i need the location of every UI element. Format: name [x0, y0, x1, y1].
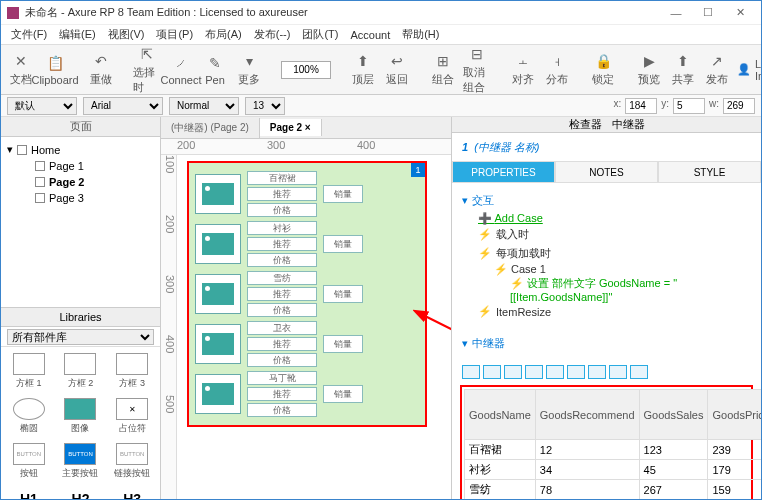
- menu-item[interactable]: 帮助(H): [398, 25, 443, 44]
- toolbar-icon: ⟋: [172, 54, 190, 72]
- minimize-button[interactable]: —: [661, 3, 691, 23]
- tab-notes[interactable]: NOTES: [555, 161, 658, 183]
- inspector-header: 检查器中继器: [452, 117, 761, 133]
- menu-item[interactable]: Account: [346, 27, 394, 43]
- canvas[interactable]: 1 百褶裙推荐价格销量衬衫推荐价格销量雪纺推荐价格销量卫衣推荐价格销量马丁靴推荐…: [177, 155, 451, 500]
- repeater-item[interactable]: 雪纺推荐价格销量: [195, 271, 419, 317]
- column-header[interactable]: GoodsSales: [639, 390, 708, 440]
- document-tab[interactable]: Page 2 ×: [260, 119, 322, 136]
- window-title: 未命名 - Axure RP 8 Team Edition : Licensed…: [25, 5, 661, 20]
- table-row[interactable]: 衬衫3445179: [465, 460, 763, 480]
- widget-item[interactable]: H2标题2: [59, 488, 103, 500]
- repeater-widget[interactable]: 1 百褶裙推荐价格销量衬衫推荐价格销量雪纺推荐价格销量卫衣推荐价格销量马丁靴推荐…: [187, 161, 427, 427]
- toolbar-icon: ⊞: [434, 52, 452, 70]
- page-tree-item[interactable]: Page 3: [5, 190, 156, 206]
- repeater-item[interactable]: 卫衣推荐价格销量: [195, 321, 419, 367]
- repeater-item[interactable]: 马丁靴推荐价格销量: [195, 371, 419, 417]
- data-tool-button[interactable]: [609, 365, 627, 379]
- widget-item[interactable]: BUTTON链接按钮: [110, 443, 154, 480]
- page-tree-item[interactable]: Page 2: [5, 174, 156, 190]
- data-tool-button[interactable]: [462, 365, 480, 379]
- toolbar-button[interactable]: ⊟取消组合: [463, 45, 491, 95]
- menu-item[interactable]: 编辑(E): [55, 25, 100, 44]
- toolbar-button[interactable]: 📋Clipboard: [41, 54, 69, 86]
- library-select[interactable]: 所有部件库: [7, 329, 154, 345]
- menu-item[interactable]: 项目(P): [152, 25, 197, 44]
- column-header[interactable]: GoodsRecommend: [535, 390, 639, 440]
- toolbar-icon: ✎: [206, 54, 224, 72]
- widget-item[interactable]: 椭圆: [7, 398, 51, 435]
- data-tool-button[interactable]: [483, 365, 501, 379]
- widget-item[interactable]: 方框 3: [110, 353, 154, 390]
- toolbar-button[interactable]: ↗发布: [703, 52, 731, 87]
- menu-item[interactable]: 布局(A): [201, 25, 246, 44]
- data-tool-button[interactable]: [630, 365, 648, 379]
- tab-properties[interactable]: PROPERTIES: [452, 161, 555, 183]
- data-tool-button[interactable]: [546, 365, 564, 379]
- widget-item[interactable]: H1标题1: [7, 488, 51, 500]
- size-select[interactable]: 13: [245, 97, 285, 115]
- maximize-button[interactable]: ☐: [693, 3, 723, 23]
- menu-item[interactable]: 文件(F): [7, 25, 51, 44]
- table-row[interactable]: 百褶裙12123239: [465, 440, 763, 460]
- widget-item[interactable]: 图像: [59, 398, 103, 435]
- data-tool-button[interactable]: [567, 365, 585, 379]
- data-tool-button[interactable]: [525, 365, 543, 379]
- toolbar-button[interactable]: ⊞组合: [429, 52, 457, 87]
- repeater-item[interactable]: 衬衫推荐价格销量: [195, 221, 419, 267]
- x-input[interactable]: [625, 98, 657, 114]
- toolbar-button[interactable]: ⫠对齐: [509, 52, 537, 87]
- add-case-link[interactable]: ➕ Add Case: [462, 212, 751, 225]
- event-item[interactable]: ⚡ItemResize: [462, 303, 751, 320]
- font-select[interactable]: Arial: [83, 97, 163, 115]
- data-table[interactable]: GoodsNameGoodsRecommendGoodsSalesGoodsPr…: [464, 389, 762, 500]
- widget-item[interactable]: H3标题3: [110, 488, 154, 500]
- widget-item[interactable]: BUTTON主要按钮: [59, 443, 103, 480]
- menu-item[interactable]: 发布(--): [250, 25, 295, 44]
- toolbar-button[interactable]: ▾更多: [235, 52, 263, 87]
- weight-select[interactable]: Normal: [169, 97, 239, 115]
- event-item[interactable]: ⚡每项加载时: [462, 244, 751, 263]
- event-item[interactable]: ⚡载入时: [462, 225, 751, 244]
- table-row[interactable]: 雪纺78267159: [465, 480, 763, 500]
- toolbar-icon: ⇱: [138, 45, 156, 63]
- case-item[interactable]: ⚡ Case 1: [462, 263, 751, 276]
- toolbar-button[interactable]: ⟋Connect: [167, 54, 195, 86]
- data-toolbar: [452, 361, 761, 383]
- widget-item[interactable]: 方框 1: [7, 353, 51, 390]
- home-node[interactable]: ▾Home: [5, 141, 156, 158]
- thumbnail: [195, 224, 241, 264]
- page-tree-item[interactable]: Page 1: [5, 158, 156, 174]
- toolbar-button[interactable]: ▶预览: [635, 52, 663, 87]
- widget-item[interactable]: ✕占位符: [110, 398, 154, 435]
- data-tool-button[interactable]: [504, 365, 522, 379]
- toolbar-button[interactable]: ↶重做: [87, 52, 115, 87]
- widget-grid: 方框 1方框 2方框 3椭圆图像✕占位符BUTTON按钮BUTTON主要按钮BU…: [1, 347, 160, 500]
- widget-item[interactable]: BUTTON按钮: [7, 443, 51, 480]
- tab-style[interactable]: STYLE: [658, 161, 761, 183]
- column-header[interactable]: GoodsName: [465, 390, 536, 440]
- style-select[interactable]: 默认: [7, 97, 77, 115]
- toolbar-button[interactable]: ⇱选择时: [133, 45, 161, 95]
- w-input[interactable]: [723, 98, 755, 114]
- toolbar-button[interactable]: ⬆共享: [669, 52, 697, 87]
- section-interactions[interactable]: ▾交互: [462, 193, 751, 208]
- toolbar-button[interactable]: ⬆顶层: [349, 52, 377, 87]
- toolbar-button[interactable]: ✎Pen: [201, 54, 229, 86]
- zoom-input[interactable]: [281, 61, 331, 79]
- data-tool-button[interactable]: [588, 365, 606, 379]
- widget-item[interactable]: 方框 2: [59, 353, 103, 390]
- menu-item[interactable]: 团队(T): [298, 25, 342, 44]
- toolbar-button[interactable]: ⫞分布: [543, 52, 571, 87]
- document-tab[interactable]: (中继器) (Page 2): [161, 118, 260, 138]
- login-button[interactable]: 👤 Log In: [737, 58, 762, 82]
- repeater-item[interactable]: 百褶裙推荐价格销量: [195, 171, 419, 217]
- action-item[interactable]: ⚡ 设置 部件文字 GoodsName = "[[Item.GoodsName]…: [462, 276, 751, 303]
- section-repeater[interactable]: ▾中继器: [462, 336, 751, 351]
- toolbar-button[interactable]: ↩返回: [383, 52, 411, 87]
- close-button[interactable]: ✕: [725, 3, 755, 23]
- toolbar-button[interactable]: 🔒锁定: [589, 52, 617, 87]
- menu-item[interactable]: 视图(V): [104, 25, 149, 44]
- column-header[interactable]: GoodsPrice: [708, 390, 762, 440]
- y-input[interactable]: [673, 98, 705, 114]
